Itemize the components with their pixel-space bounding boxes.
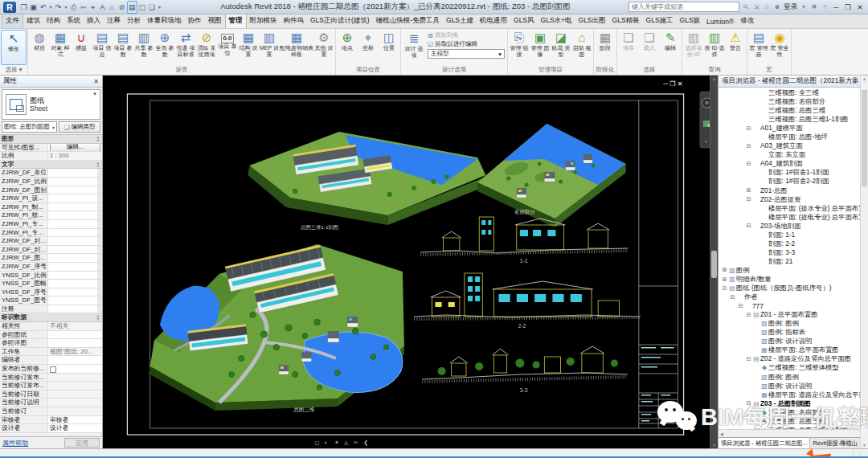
property-row[interactable]: 当前修订发布...	[0, 374, 102, 382]
ribbon-tab[interactable]: 协作	[185, 14, 205, 28]
property-row[interactable]: 工作集视图"图纸: Z0...	[0, 348, 102, 357]
property-row[interactable]: 相关性不相关	[0, 322, 102, 331]
ribbon-tab[interactable]: 插入	[84, 14, 104, 28]
apply-button[interactable]: 应用	[64, 438, 100, 448]
qat-icon[interactable]: ↶	[39, 2, 47, 13]
ribbon-group-label[interactable]: 选择 ▾	[1, 65, 27, 75]
tree-item[interactable]: 剖面: 1-1	[719, 231, 868, 239]
property-row[interactable]: YHSS_DF_序号	[0, 288, 102, 297]
property-row[interactable]: ZJRW_DF_单位	[0, 169, 102, 178]
ribbon-tab[interactable]: 建筑	[23, 14, 43, 28]
qat-icon[interactable]: ❒	[19, 2, 28, 13]
tree-expander-icon[interactable]: ⊞	[745, 187, 752, 194]
property-row[interactable]: ZJRW_DF_封...	[0, 246, 102, 255]
browser-tab[interactable]: Revit搜搜-橄榄山	[810, 438, 861, 448]
scroll-down-icon[interactable]: ▼	[710, 443, 718, 448]
property-row[interactable]: 审核者审核者	[0, 416, 102, 425]
property-row[interactable]: 比例1 : 300	[0, 152, 102, 161]
ribbon-button[interactable]: ⊕地点	[337, 30, 358, 51]
canvas-vertical-scrollbar[interactable]: ▲ ▼	[710, 76, 718, 448]
tree-item[interactable]: 剖面: 3-3	[719, 248, 868, 257]
tree-item[interactable]: 楼层平面: 总图-地坪	[719, 133, 868, 141]
tree-item[interactable]: ◈三维视图: 总图三维1-1剖图	[719, 426, 868, 429]
tree-expander-icon[interactable]: ⊟	[745, 223, 752, 229]
search-input[interactable]	[628, 2, 739, 12]
window-minimize-button[interactable]: ─	[831, 3, 841, 11]
edit-type-button[interactable]: ❏编辑类型	[59, 121, 100, 133]
tree-item[interactable]: 楼层平面: (提电专业) 总平面布置图	[719, 213, 868, 222]
tree-item[interactable]: ▧图例: 指标表	[719, 328, 868, 337]
tree-expander-icon[interactable]: ⊟	[745, 400, 752, 407]
design-options-button[interactable]: ≣设计 选项	[403, 31, 424, 59]
tree-item[interactable]: ▧图例: 设计说明	[719, 337, 868, 346]
qat-icon[interactable]: ▢	[138, 2, 147, 13]
ribbon-button[interactable]: ⊕全局 参数	[154, 30, 175, 58]
project-browser-header[interactable]: 项目浏览器 - 褚橙庄园二期总图（2021新方案）_已... ✕	[719, 76, 868, 88]
ribbon-button[interactable]: ⚠警告	[725, 30, 746, 51]
ribbon-button[interactable]: ✎编辑	[660, 30, 681, 51]
tree-item[interactable]: ◈三维视图: 三维整体模型	[719, 363, 868, 372]
ribbon-tab[interactable]: 管理	[225, 14, 247, 28]
tree-item[interactable]: ⊟▤图纸 (图纸（按图员-图纸序号）)	[719, 284, 868, 292]
ribbon-button[interactable]: ❏保存	[618, 30, 639, 51]
modify-button[interactable]: ↖修改	[1, 30, 27, 65]
properties-help-link[interactable]: 属性帮助	[2, 439, 28, 448]
tree-item[interactable]: 立面: 东立面	[719, 150, 868, 159]
qat-icon[interactable]: ▤	[127, 1, 137, 14]
property-row[interactable]: 编辑者	[0, 356, 102, 365]
tree-item[interactable]: 剖面: 1#宿舍1-1剖面	[719, 168, 868, 177]
tree-expander-icon[interactable]: ⊟	[729, 294, 736, 301]
type-selector[interactable]: 图纸 Sheet ▼	[2, 89, 100, 120]
tree-item[interactable]: ⊟A01_建模平面	[719, 124, 868, 133]
ribbon-tab[interactable]: 视图	[205, 14, 225, 28]
property-row[interactable]: YNSS_DF_比例	[0, 272, 102, 280]
ribbon-button[interactable]: ▥MEP 设置	[259, 30, 280, 58]
tree-expander-icon[interactable]: ⊟	[745, 161, 752, 167]
ribbon-button[interactable]: ▣管理 图像	[530, 30, 551, 58]
exchange-icon[interactable]: ⇲	[752, 3, 760, 10]
tree-item[interactable]: ⊟▤Z01 - 总平面布置图	[719, 310, 868, 319]
tree-item[interactable]: 三维视图: 全三维	[719, 88, 868, 97]
ribbon-tab[interactable]: GLS土建	[443, 14, 477, 28]
property-row[interactable]: ZJRW_PI_专...	[0, 229, 102, 238]
property-row[interactable]: 图形	[0, 135, 102, 144]
property-row[interactable]: ZJRW_DF_封...	[0, 237, 102, 246]
signin-caret-icon[interactable]: ▾	[800, 3, 808, 10]
ribbon-button[interactable]: ▥共享 参数	[133, 30, 154, 58]
ribbon-tab[interactable]: 附加模块	[247, 14, 280, 28]
view-window-controls[interactable]: ─ ❐ ✕	[662, 80, 682, 88]
ribbon-tab[interactable]: 修改	[737, 14, 757, 28]
tree-expander-icon[interactable]: ⊟	[737, 303, 744, 309]
properties-header[interactable]: 属性 ✕	[0, 76, 102, 88]
tree-item[interactable]: 三维视图: 总图三维	[719, 106, 868, 115]
tree-item[interactable]: 楼层平面: (提水专业) 总平面布置图	[719, 204, 868, 213]
tree-expander-icon[interactable]: ⊟	[721, 285, 728, 292]
tree-item[interactable]: 剖面: 1#宿舍2-2剖面	[719, 177, 868, 186]
property-row[interactable]: 当前修订发布...	[0, 382, 102, 391]
tree-item[interactable]: ▦楼层平面: 道路定位及竖向总平面	[719, 391, 868, 399]
property-row[interactable]: 可见性/图形...编辑...	[0, 144, 102, 153]
ribbon-button[interactable]: ▦阶段	[595, 30, 616, 51]
ribbon-tab[interactable]: 注释	[104, 14, 124, 28]
ribbon-button[interactable]: ⊘清除 未使用项	[196, 30, 217, 58]
ribbon-tab[interactable]: 结构	[43, 14, 63, 28]
tree-item[interactable]: ⊞▥明细表/数量	[719, 275, 868, 284]
tree-expander-icon[interactable]: ⊟	[745, 196, 752, 202]
tree-item[interactable]: 剖面: 21	[719, 257, 868, 266]
ribbon-button[interactable]: ⌖坐标	[358, 30, 379, 51]
property-row[interactable]: 设计者设计者	[0, 424, 102, 433]
property-row[interactable]: 文字	[0, 161, 102, 170]
ribbon-button[interactable]: ▥选择项 的 ID	[683, 30, 704, 58]
tree-item[interactable]: ⊟作者	[719, 292, 868, 301]
property-row[interactable]: ZJRW_DF_序号	[0, 263, 102, 272]
qat-icon[interactable]: ↷	[54, 2, 63, 13]
drawing-canvas[interactable]: 总图三维1-1剖图	[103, 76, 710, 448]
ribbon-button[interactable]: ◪贴花 类型	[551, 30, 571, 58]
ribbon-button[interactable]: ❏载入	[639, 30, 660, 51]
ribbon-button[interactable]: ▦结构 设置	[238, 30, 259, 58]
tree-item[interactable]: ⊟A04_建筑剖面	[719, 159, 868, 168]
browser-tab[interactable]: 项目浏览器 - 褚橙庄园二期总图...	[719, 438, 810, 448]
tree-item[interactable]: ◈三维视图: 名宿部分	[719, 408, 868, 417]
user-icon[interactable]: ☻	[773, 3, 781, 10]
tree-expander-icon[interactable]: ⊞	[721, 267, 728, 273]
